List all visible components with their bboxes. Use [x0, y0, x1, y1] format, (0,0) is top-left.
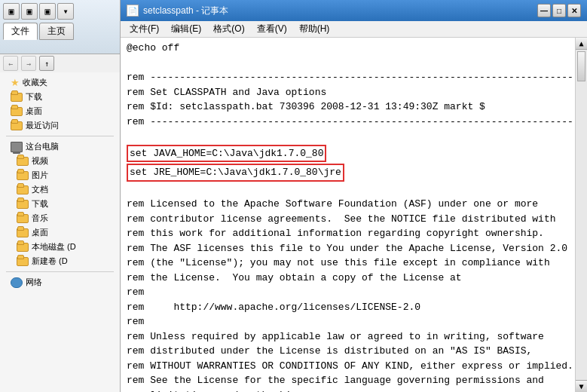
text-line: rem the License. You may obtain a copy o… — [127, 271, 569, 286]
nav-forward-button[interactable]: → — [21, 56, 36, 71]
sidebar-item-pictures[interactable]: 图片 — [0, 168, 120, 182]
text-line: rem Licensed to the Apache Software Foun… — [127, 197, 569, 212]
sidebar-item-label: 下载 — [26, 91, 42, 103]
text-line: rem The ASF licenses this file to You un… — [127, 241, 569, 256]
window-title: setclasspath - 记事本 — [143, 5, 533, 17]
text-line: rem See the License for the specific lan… — [127, 373, 569, 388]
sidebar-item-label: 本地磁盘 (D — [32, 241, 76, 253]
sidebar-item-label: 图片 — [32, 170, 48, 181]
folder-icon — [17, 185, 29, 194]
pc-label: 这台电脑 — [26, 141, 59, 152]
text-line: rem distributed under the License is dis… — [127, 344, 569, 359]
menu-format[interactable]: 格式(O) — [207, 21, 250, 37]
sidebar-item-new-volume[interactable]: 新建卷 (D — [0, 254, 120, 268]
toolbar-icon-2[interactable]: ▣ — [21, 3, 38, 20]
sidebar-item-label: 桌面 — [32, 227, 48, 238]
close-button[interactable]: ✕ — [567, 4, 581, 17]
toolbar-icon-3[interactable]: ▣ — [39, 3, 56, 20]
text-line: rem — [127, 285, 569, 300]
title-bar: 📄 setclasspath - 记事本 — □ ✕ — [121, 0, 587, 21]
scroll-track — [576, 50, 587, 380]
folder-icon — [17, 214, 29, 223]
notepad-text[interactable]: @echo off rem --------------------------… — [121, 38, 575, 392]
sidebar-item-label: 最近访问 — [26, 120, 59, 131]
scroll-up-button[interactable]: ▲ — [576, 38, 587, 50]
tab-file[interactable]: 文件 — [3, 23, 38, 40]
text-line: rem $Id: setclasspath.bat 730396 2008-12… — [127, 100, 569, 115]
sidebar-network-header[interactable]: 网络 — [0, 275, 120, 289]
sidebar-item-local-disk[interactable]: 本地磁盘 (D — [0, 240, 120, 254]
pc-icon — [11, 142, 23, 152]
folder-icon — [17, 243, 29, 252]
folder-icon — [11, 93, 23, 102]
sidebar-pc-header[interactable]: 这台电脑 — [0, 139, 120, 154]
text-line: set JRE_HOME=C:\Java\jdk1.7.0_80\jre — [127, 163, 569, 182]
text-line: rem contributor license agreements. See … — [127, 212, 569, 227]
text-line: @echo off — [127, 41, 569, 56]
sidebar-item-documents[interactable]: 文档 — [0, 182, 120, 197]
menu-file[interactable]: 文件(F) — [124, 21, 165, 37]
scroll-down-button[interactable]: ▼ — [576, 380, 587, 392]
text-line: rem WITHOUT WARRANTIES OR CONDITIONS OF … — [127, 359, 569, 374]
notepad-icon: 📄 — [127, 5, 139, 17]
menu-help[interactable]: 帮助(H) — [293, 21, 336, 37]
tab-home[interactable]: 主页 — [39, 23, 74, 40]
divider-1 — [6, 136, 114, 136]
sidebar-content: ★ 收藏夹 下载 桌面 最近访问 这台电脑 视频 图片 — [0, 72, 120, 392]
folder-icon — [11, 121, 23, 130]
content-area: @echo off rem --------------------------… — [121, 38, 587, 392]
sidebar-item-download2[interactable]: 下载 — [0, 197, 120, 211]
star-icon: ★ — [11, 77, 20, 88]
maximize-button[interactable]: □ — [552, 4, 566, 17]
sidebar-item-label: 音乐 — [32, 213, 48, 224]
scroll-thumb[interactable] — [577, 51, 585, 81]
favorites-label: 收藏夹 — [23, 77, 47, 88]
sidebar-item-music[interactable]: 音乐 — [0, 211, 120, 225]
sidebar-favorites-header: ★ 收藏夹 — [0, 75, 120, 90]
nav-row: ← → ↑ — [0, 54, 120, 72]
sidebar-item-label: 桌面 — [26, 106, 42, 117]
text-line: rem limitations under the License. — [127, 388, 569, 393]
minimize-button[interactable]: — — [537, 4, 551, 17]
vertical-scrollbar[interactable]: ▲ ▼ — [575, 38, 587, 392]
text-line — [127, 129, 569, 144]
text-line: set JAVA_HOME=C:\Java\jdk1.7.0_80 — [127, 144, 569, 164]
sidebar-item-recent[interactable]: 最近访问 — [0, 118, 120, 133]
text-line — [127, 182, 569, 198]
nav-back-button[interactable]: ← — [3, 56, 18, 71]
folder-icon — [17, 228, 29, 237]
menu-bar: 文件(F) 编辑(E) 格式(O) 查看(V) 帮助(H) — [121, 21, 587, 38]
toolbar-icon-1[interactable]: ▣ — [3, 3, 20, 20]
notepad-window: 📄 setclasspath - 记事本 — □ ✕ 文件(F) 编辑(E) 格… — [121, 0, 587, 392]
sidebar-item-videos[interactable]: 视频 — [0, 154, 120, 168]
network-label: 网络 — [26, 277, 42, 288]
folder-icon — [17, 157, 29, 166]
menu-edit[interactable]: 编辑(E) — [165, 21, 207, 37]
folder-icon — [11, 107, 23, 116]
sidebar: ▣ ▣ ▣ ▾ 文件 主页 ← → ↑ ★ 收藏夹 下载 桌面 — [0, 0, 121, 392]
tab-row: 文件 主页 — [3, 23, 117, 40]
toolbar-icon-down[interactable]: ▾ — [57, 3, 74, 20]
folder-icon — [17, 257, 29, 266]
text-line: rem — [127, 314, 569, 329]
toolbar-icons: ▣ ▣ ▣ ▾ — [3, 3, 117, 20]
sidebar-item-desktop1[interactable]: 桌面 — [0, 104, 120, 118]
text-line: rem ------------------------------------… — [127, 115, 569, 130]
network-icon — [11, 277, 23, 288]
sidebar-item-label: 文档 — [32, 184, 48, 195]
sidebar-item-download1[interactable]: 下载 — [0, 90, 120, 104]
window-controls: — □ ✕ — [537, 4, 581, 17]
sidebar-item-label: 视频 — [32, 155, 48, 167]
divider-2 — [6, 271, 114, 272]
text-line: rem (the "License"); you may not use thi… — [127, 256, 569, 271]
folder-icon — [17, 171, 29, 180]
nav-up-button[interactable]: ↑ — [39, 56, 54, 71]
text-line: rem Set CLASSPATH and Java options — [127, 85, 569, 100]
folder-icon — [17, 200, 29, 209]
text-line: rem http://www.apache.org/licenses/LICEN… — [127, 300, 569, 315]
sidebar-item-label: 新建卷 (D — [32, 256, 68, 267]
menu-view[interactable]: 查看(V) — [251, 21, 293, 37]
sidebar-item-desktop2[interactable]: 桌面 — [0, 225, 120, 240]
sidebar-item-label: 下载 — [32, 198, 48, 210]
sidebar-toolbar: ▣ ▣ ▣ ▾ 文件 主页 — [0, 0, 120, 54]
